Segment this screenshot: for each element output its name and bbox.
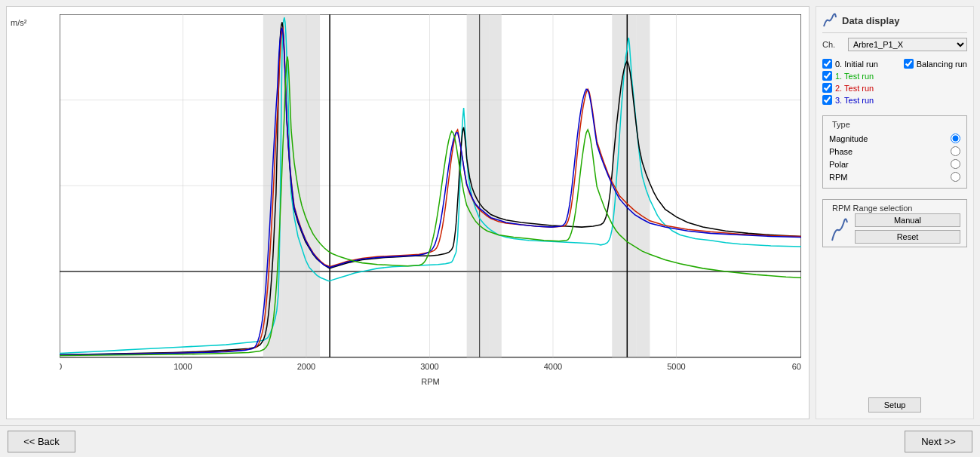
legend-label-3: 3. Test run — [835, 96, 874, 105]
sidebar: Data display Ch. Arbre1_P1_X 0. Initial … — [816, 6, 974, 419]
type-row-rpm: RPM — [829, 172, 960, 182]
type-group: Type Magnitude Phase Polar RPM — [822, 115, 967, 189]
sidebar-title: Data display — [842, 15, 900, 26]
type-group-title: Type — [829, 120, 853, 129]
rpm-group: RPM Range selection Manual Reset — [822, 199, 967, 247]
type-label-polar: Polar — [829, 160, 849, 169]
legend-area: 0. Initial run Balancing run 1. Test run… — [822, 59, 967, 105]
reset-button[interactable]: Reset — [855, 230, 960, 244]
channel-label: Ch. — [822, 40, 845, 49]
back-button[interactable]: << Back — [8, 431, 75, 452]
sidebar-header: Data display — [822, 13, 967, 33]
svg-rect-18 — [481, 14, 490, 357]
y-axis-unit: m/s² — [11, 18, 26, 27]
balancing-run-label: Balancing run — [917, 60, 967, 69]
footer: << Back Next >> — [0, 425, 980, 457]
legend-row-1: 1. Test run — [822, 71, 967, 81]
manual-button[interactable]: Manual — [855, 213, 960, 227]
type-row-phase: Phase — [829, 146, 960, 156]
svg-rect-17 — [467, 14, 481, 357]
type-label-phase: Phase — [829, 147, 853, 156]
svg-text:0: 0 — [60, 362, 62, 371]
channel-select[interactable]: Arbre1_P1_X — [848, 38, 967, 51]
type-radio-magnitude[interactable] — [951, 133, 960, 143]
chart-wrapper: m/s² — [7, 7, 809, 419]
svg-text:5000: 5000 — [667, 362, 686, 371]
svg-text:1000: 1000 — [174, 362, 192, 371]
svg-text:2000: 2000 — [297, 362, 316, 371]
svg-rect-19 — [490, 14, 502, 357]
legend-cb-3[interactable] — [822, 95, 832, 105]
legend-label-2: 2. Test run — [835, 84, 874, 93]
type-radio-polar[interactable] — [951, 159, 960, 169]
type-label-rpm: RPM — [829, 173, 847, 182]
rpm-icon-row: Manual Reset — [829, 213, 960, 244]
type-row-polar: Polar — [829, 159, 960, 169]
legend-cb-1[interactable] — [822, 71, 832, 81]
rpm-group-title: RPM Range selection — [829, 204, 915, 213]
svg-text:RPM: RPM — [421, 377, 440, 386]
legend-row-0: 0. Initial run Balancing run — [822, 59, 967, 69]
rpm-icon — [829, 213, 850, 244]
type-label-magnitude: Magnitude — [829, 134, 868, 143]
legend-cb-0[interactable] — [822, 59, 832, 69]
chart-svg: 0,0200 0,0150 0,0100 0,0050 0,0000 0 100… — [60, 14, 801, 388]
setup-button[interactable]: Setup — [868, 397, 922, 413]
rpm-buttons: Manual Reset — [855, 213, 960, 244]
svg-rect-22 — [636, 14, 650, 357]
type-row-magnitude: Magnitude — [829, 133, 960, 143]
legend-label-1: 1. Test run — [835, 72, 874, 81]
type-radio-rpm[interactable] — [951, 172, 960, 182]
legend-row-2: 2. Test run — [822, 83, 967, 93]
svg-rect-16 — [305, 14, 320, 357]
balancing-run-cb[interactable] — [904, 59, 914, 69]
svg-text:4000: 4000 — [544, 362, 563, 371]
next-button[interactable]: Next >> — [905, 431, 972, 452]
svg-text:6000: 6000 — [792, 362, 801, 371]
legend-label-0: 0. Initial run — [835, 60, 878, 69]
legend-cb-2[interactable] — [822, 83, 832, 93]
chart-area: m/s² — [6, 6, 809, 419]
svg-text:3000: 3000 — [420, 362, 439, 371]
legend-row-3: 3. Test run — [822, 95, 967, 105]
type-radio-phase[interactable] — [951, 146, 960, 156]
data-display-icon — [822, 13, 837, 28]
channel-row: Ch. Arbre1_P1_X — [822, 38, 967, 51]
